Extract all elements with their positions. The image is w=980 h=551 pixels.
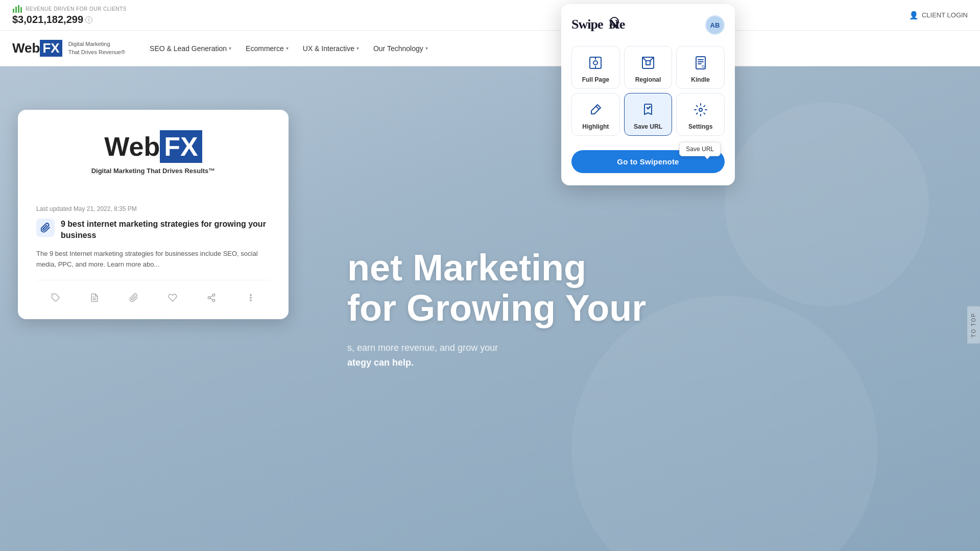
card-logo: Web FX Digital Marketing That Drives Res… [36,130,270,175]
card-actions [36,280,270,307]
swipenote-header: Swipe ote N AB [571,14,725,36]
card-tagline: Digital Marketing That Drives Results™ [91,167,216,175]
svg-text:Swipe: Swipe [571,17,603,32]
regional-label: Regional [635,76,661,83]
card-article-row: 9 best internet marketing strategies for… [36,219,270,242]
save-url-label: Save URL [634,123,662,130]
svg-point-13 [250,297,251,298]
revenue-info-icon[interactable]: i [85,16,92,23]
chevron-down-icon: ▾ [356,45,359,51]
swipenote-logo-svg: Swipe ote N [571,14,653,33]
logo-tagline: Digital Marketing That Drives Revenue® [68,40,125,56]
svg-line-31 [596,106,599,109]
doc-action-button[interactable] [85,289,104,307]
card-meta: Last updated May 21, 2022, 8:35 PM [36,205,270,212]
hero-text: net Marketing for Growing Your s, earn m… [347,248,646,370]
tool-save-url[interactable]: Save URL [624,93,673,136]
chevron-down-icon: ▾ [425,45,428,51]
revenue-label: REVENUE DRIVEN FOR OUR CLIENTS [12,5,127,13]
tag-action-button[interactable] [46,289,65,307]
full-page-label: Full Page [582,76,609,83]
svg-point-33 [699,108,702,111]
kindle-icon [691,54,710,72]
nav-item-technology[interactable]: Our Technology ▾ [373,44,428,53]
svg-line-11 [210,296,213,297]
top-bar: REVENUE DRIVEN FOR OUR CLIENTS $3,021,18… [0,0,980,31]
revenue-amount: $3,021,182,299 i [12,14,127,26]
paperclip-icon [40,223,51,233]
client-login-button[interactable]: 👤 CLIENT LOGIN [909,11,968,20]
nav-bar: Web FX Digital Marketing That Drives Rev… [0,31,980,66]
regional-icon [639,54,657,72]
tool-kindle[interactable]: Kindle [676,46,725,89]
logo-fx-text: FX [40,40,62,57]
settings-icon [691,101,710,119]
logo-section: Web FX Digital Marketing That Drives Rev… [12,40,125,57]
save-url-icon [639,101,657,119]
person-icon: 👤 [909,11,919,20]
logo-web-text: Web [12,40,40,56]
tool-regional[interactable]: Regional [624,46,673,89]
share-action-button[interactable] [202,289,221,307]
card-article-desc: The 9 best Internet marketing strategies… [36,249,270,270]
webfx-logo[interactable]: Web FX [12,40,62,57]
to-top-button[interactable]: TO TOP [967,306,980,344]
svg-line-24 [642,57,646,61]
nav-item-ecommerce[interactable]: Ecommerce ▾ [246,44,289,53]
svg-point-12 [250,295,251,296]
user-avatar[interactable]: AB [705,15,725,35]
chevron-down-icon: ▾ [286,45,289,51]
chart-icon [12,5,22,13]
article-card: Web FX Digital Marketing That Drives Res… [18,110,289,319]
tool-highlight[interactable]: Highlight [571,93,620,136]
nav-item-seo[interactable]: SEO & Lead Generation ▾ [150,44,231,53]
svg-rect-3 [20,7,22,13]
tool-settings[interactable]: Settings [676,93,725,136]
settings-label: Settings [688,123,712,130]
swipenote-tools-grid: Full Page Regional [571,46,725,136]
kindle-label: Kindle [691,76,710,83]
card-webfx-logo: Web FX [104,130,202,163]
save-url-tooltip: Save URL [679,142,721,156]
swipenote-logo: Swipe ote N [571,14,653,36]
svg-line-25 [650,57,654,61]
article-icon [36,219,55,237]
card-logo-web: Web [104,131,160,162]
more-action-button[interactable] [242,289,260,307]
hero-title: net Marketing for Growing Your [347,248,646,328]
card-logo-fx: FX [160,130,202,163]
nav-item-ux[interactable]: UX & Interactive ▾ [303,44,359,53]
card-article-title: 9 best internet marketing strategies for… [61,219,270,242]
svg-rect-2 [18,5,19,13]
svg-line-10 [210,299,213,300]
highlight-label: Highlight [582,123,609,130]
nav-items: SEO & Lead Generation ▾ Ecommerce ▾ UX &… [150,44,428,53]
tool-full-page[interactable]: Full Page [571,46,620,89]
heart-action-button[interactable] [163,289,182,307]
svg-point-20 [593,61,597,65]
svg-rect-0 [13,9,14,13]
clip-action-button[interactable] [125,289,143,307]
svg-rect-1 [15,7,17,13]
full-page-icon [586,54,605,72]
highlight-icon [586,101,605,119]
hero-subtitle: s, earn more revenue, and grow your ateg… [347,341,603,370]
swipenote-panel: Swipe ote N AB Full Page [561,4,735,185]
revenue-section: REVENUE DRIVEN FOR OUR CLIENTS $3,021,18… [12,5,127,26]
chevron-down-icon: ▾ [229,45,231,51]
svg-point-14 [250,300,251,301]
